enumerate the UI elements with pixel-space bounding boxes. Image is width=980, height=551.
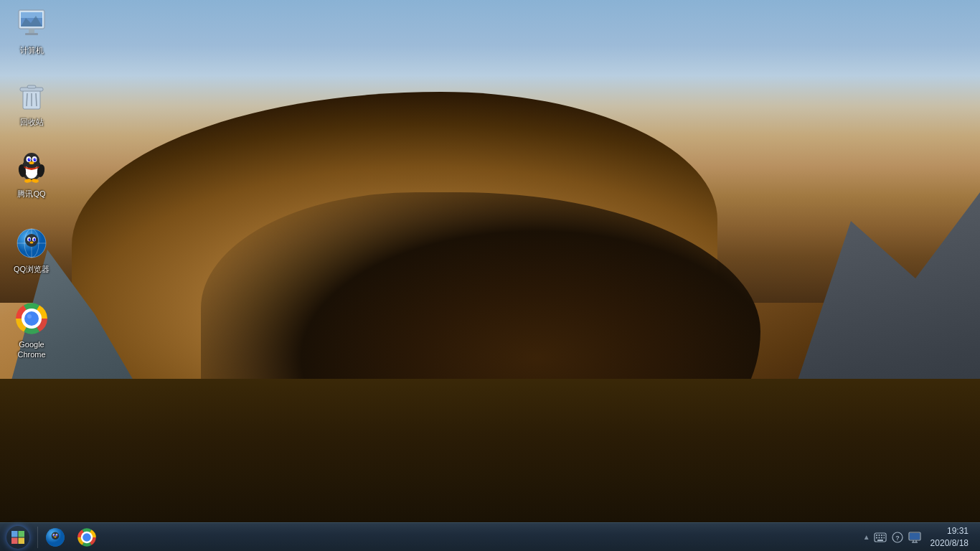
taskbar-chrome[interactable]	[71, 523, 103, 552]
windows-orb	[6, 526, 29, 549]
help-tray-icon[interactable]: ?	[890, 530, 905, 545]
monitor-tray-icon[interactable]	[908, 530, 922, 545]
svg-point-38	[30, 242, 34, 244]
svg-rect-66	[877, 540, 883, 541]
svg-text:?: ?	[895, 534, 900, 542]
taskbar-qq-browser[interactable]	[39, 523, 71, 552]
system-tray: ▲ ?	[857, 523, 980, 552]
svg-point-41	[24, 311, 39, 326]
svg-rect-6	[25, 33, 38, 35]
svg-point-19	[34, 158, 37, 161]
ground	[0, 379, 980, 522]
show-hidden-icons-button[interactable]: ▲	[863, 533, 870, 541]
chrome-icon-label: Google Chrome	[6, 339, 57, 361]
desktop: 计算机 回收站	[0, 0, 980, 551]
qq-browser-icon	[14, 226, 49, 260]
svg-rect-44	[19, 531, 25, 537]
svg-point-36	[29, 238, 31, 241]
svg-rect-45	[11, 537, 18, 544]
computer-icon	[14, 7, 49, 42]
svg-rect-5	[29, 29, 34, 33]
taskbar: ▲ ?	[0, 522, 980, 551]
svg-point-49	[52, 532, 60, 540]
chrome-icon	[14, 301, 49, 336]
qq-browser-icon-label: QQ浏览器	[6, 263, 57, 275]
svg-rect-62	[876, 537, 877, 538]
desktop-icon-qq[interactable]: 腾讯QQ	[6, 151, 57, 199]
windows-logo-icon	[11, 530, 25, 545]
svg-point-21	[34, 159, 36, 160]
clock[interactable]: 19:31 2020/8/18	[925, 525, 974, 550]
computer-icon-label: 计算机	[6, 44, 57, 56]
svg-point-52	[53, 534, 55, 535]
desktop-icon-qq-browser[interactable]: QQ浏览器	[6, 226, 57, 275]
svg-line-12	[36, 93, 37, 106]
svg-rect-58	[876, 534, 877, 536]
svg-point-20	[29, 159, 30, 160]
svg-point-18	[28, 158, 31, 161]
desktop-icon-recycle[interactable]: 回收站	[6, 79, 57, 128]
svg-rect-63	[878, 537, 880, 538]
start-button[interactable]	[0, 523, 36, 552]
clock-time: 19:31	[947, 525, 969, 537]
svg-point-33	[25, 234, 38, 247]
taskbar-qq-browser-icon	[45, 527, 65, 547]
svg-rect-65	[883, 537, 885, 538]
clock-date: 2020/8/18	[930, 537, 969, 550]
svg-rect-46	[19, 537, 25, 544]
svg-rect-70	[910, 533, 920, 540]
desktop-icon-computer[interactable]: 计算机	[6, 7, 57, 56]
svg-rect-9	[27, 85, 36, 88]
svg-rect-61	[883, 534, 885, 536]
svg-rect-59	[878, 534, 880, 536]
recycle-bin-icon	[14, 79, 49, 113]
svg-point-22	[29, 161, 34, 164]
svg-rect-60	[881, 534, 882, 536]
svg-line-10	[27, 93, 27, 106]
qq-icon	[14, 151, 49, 185]
svg-point-56	[83, 533, 91, 542]
qq-icon-label: 腾讯QQ	[6, 188, 57, 199]
svg-point-37	[34, 238, 36, 241]
taskbar-separator	[37, 527, 38, 548]
svg-rect-43	[11, 531, 18, 537]
taskbar-chrome-icon	[77, 527, 97, 547]
desktop-icon-chrome[interactable]: Google Chrome	[6, 301, 57, 361]
svg-point-53	[56, 534, 57, 535]
svg-point-42	[27, 314, 32, 319]
svg-rect-3	[21, 12, 42, 18]
recycle-bin-icon-label: 回收站	[6, 116, 57, 128]
svg-point-54	[55, 536, 57, 537]
svg-point-15	[24, 153, 39, 169]
keyboard-tray-icon[interactable]	[873, 530, 887, 545]
svg-rect-64	[881, 537, 882, 538]
